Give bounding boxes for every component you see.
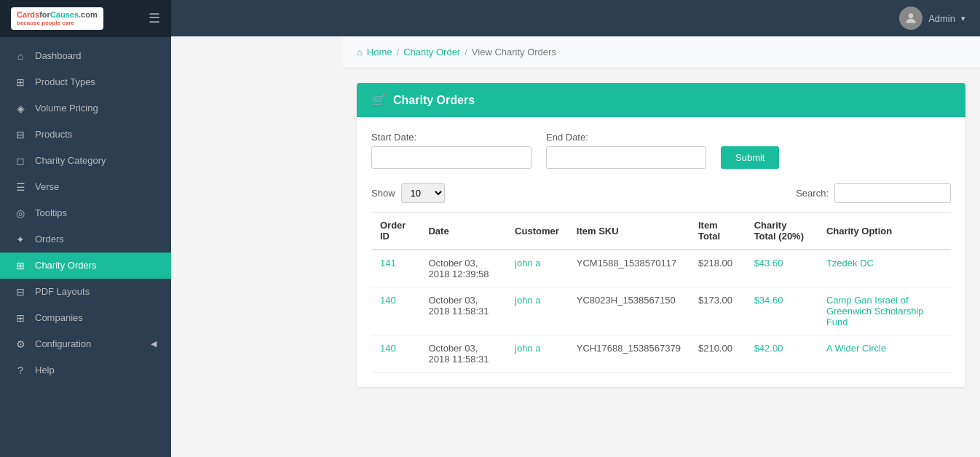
search-input[interactable] [834,183,951,203]
col-charity-option: Charity Option [818,212,951,250]
cell-customer[interactable]: john a [506,287,568,335]
card-title: Charity Orders [393,94,475,107]
sidebar-logo: CardsforCauses.com because people care ☰ [0,0,171,37]
sidebar-item-volume-pricing[interactable]: ◈ Volume Pricing [0,95,171,122]
table-controls: Show 10 25 50 100 Search: [371,183,951,203]
breadcrumb-home[interactable]: Home [367,47,392,57]
col-order-id: Order ID [371,212,419,250]
cell-order-id[interactable]: 140 [371,335,419,373]
sidebar-item-charity-category[interactable]: ◻ Charity Category [0,148,171,174]
cell-charity-total[interactable]: $43.60 [746,250,818,287]
show-entries: Show 10 25 50 100 [371,183,445,203]
sidebar-item-label: Verse [35,181,59,192]
start-date-input[interactable] [371,146,532,169]
card-header: 🛒 Charity Orders [357,83,965,117]
admin-menu[interactable]: Admin ▾ [899,7,965,30]
top-bar: Admin ▾ [342,0,980,36]
charity-icon: ⊞ [15,260,26,271]
cell-order-id[interactable]: 141 [371,250,419,287]
cell-item-sku: YCM1588_1538570117 [568,250,689,287]
table-body: 141 October 03, 2018 12:39:58 john a YCM… [371,250,951,373]
sidebar-item-label: Charity Orders [35,260,97,271]
sidebar-item-dashboard[interactable]: ⌂ Dashboard [0,43,171,69]
table-head: Order ID Date Customer Item SKU Item Tot… [371,212,951,250]
breadcrumb-charity-order[interactable]: Charity Order [403,47,460,57]
sidebar-item-label: Dashboard [35,50,82,61]
orders-table: Order ID Date Customer Item SKU Item Tot… [371,212,951,373]
show-label: Show [371,188,395,199]
tag-icon: ◈ [15,103,26,114]
col-item-total: Item Total [689,212,746,250]
star-icon: ✦ [15,234,26,245]
sidebar-item-label: PDF Layouts [35,286,90,297]
sidebar-item-label: Volume Pricing [35,103,98,114]
end-date-group: End Date: [546,132,706,169]
cell-charity-total[interactable]: $34.60 [746,287,818,335]
cell-item-total: $173.00 [689,287,746,335]
pdf-icon: ⊟ [15,286,26,298]
sidebar-item-companies[interactable]: ⊞ Companies [0,305,171,331]
gear-icon: ⚙ [15,338,26,350]
sidebar-item-products[interactable]: ⊟ Products [0,122,171,148]
entries-select[interactable]: 10 25 50 100 [401,183,445,203]
sidebar-item-verse[interactable]: ☰ Verse [0,174,171,200]
end-date-input[interactable] [546,146,706,169]
card-body: Start Date: End Date: Submit Show 10 [357,117,965,387]
svg-point-0 [909,13,914,18]
cell-order-id[interactable]: 140 [371,287,419,335]
sidebar-item-label: Product Types [35,76,95,87]
sidebar-item-label: Configuration [35,338,91,349]
brand-tagline: because people care [17,20,98,27]
lines-icon: ☰ [15,181,26,193]
cell-item-sku: YCH17688_1538567379 [568,335,689,373]
hamburger-icon[interactable]: ☰ [149,10,160,26]
charity-orders-card: 🛒 Charity Orders Start Date: End Date: S… [357,83,965,387]
submit-button[interactable]: Submit [721,146,779,169]
sidebar-item-label: Companies [35,312,83,323]
sidebar-item-pdf-layouts[interactable]: ⊟ PDF Layouts [0,279,171,305]
end-date-label: End Date: [546,132,706,143]
help-icon: ? [15,365,26,376]
sidebar-item-orders[interactable]: ✦ Orders [0,226,171,253]
square-icon: ◻ [15,155,26,167]
breadcrumb: ⌂ Home / Charity Order / View Charity Or… [342,36,980,68]
sidebar-item-configuration[interactable]: ⚙ Configuration ◀ [0,331,171,357]
table-row: 140 October 03, 2018 11:58:31 john a YCH… [371,335,951,373]
cell-date: October 03, 2018 12:39:58 [419,250,506,287]
cell-date: October 03, 2018 11:58:31 [419,335,506,373]
cell-charity-option[interactable]: Tzedek DC [818,250,951,287]
sidebar-item-product-types[interactable]: ⊞ Product Types [0,69,171,95]
sidebar-item-label: Orders [35,234,64,245]
breadcrumb-current: View Charity Orders [472,47,556,57]
cell-customer[interactable]: john a [506,335,568,373]
cell-charity-total[interactable]: $42.00 [746,335,818,373]
brand-logo: CardsforCauses.com because people care [11,7,103,30]
sidebar-item-label: Help [35,365,55,375]
chevron-down-icon: ▾ [961,14,965,23]
col-charity-total: Charity Total (20%) [746,212,818,250]
cell-customer[interactable]: john a [506,250,568,287]
sidebar-item-charity-orders[interactable]: ⊞ Charity Orders [0,253,171,279]
breadcrumb-separator-1: / [397,47,400,57]
cell-date: October 03, 2018 11:58:31 [419,287,506,335]
col-customer: Customer [506,212,568,250]
sidebar: CardsforCauses.com because people care ☰… [0,0,171,457]
start-date-group: Start Date: [371,132,532,169]
sidebar-item-tooltips[interactable]: ◎ Tooltips [0,200,171,226]
table-header-row: Order ID Date Customer Item SKU Item Tot… [371,212,951,250]
circle-icon: ◎ [15,207,26,219]
search-area: Search: [796,183,951,203]
table-row: 141 October 03, 2018 12:39:58 john a YCM… [371,250,951,287]
col-date: Date [419,212,506,250]
search-label: Search: [796,188,829,199]
cell-charity-option[interactable]: Camp Gan Israel of Greenwich Scholarship… [818,287,951,335]
sidebar-item-help[interactable]: ? Help [0,357,171,384]
cell-item-total: $218.00 [689,250,746,287]
cell-item-total: $210.00 [689,335,746,373]
sidebar-item-label: Tooltips [35,207,67,218]
cell-charity-option[interactable]: A Wider Circle [818,335,951,373]
main-content: Admin ▾ ⌂ Home / Charity Order / View Ch… [342,0,980,457]
table-row: 140 October 03, 2018 11:58:31 john a YC8… [371,287,951,335]
home-icon: ⌂ [15,50,26,62]
box-icon: ⊟ [15,129,26,140]
